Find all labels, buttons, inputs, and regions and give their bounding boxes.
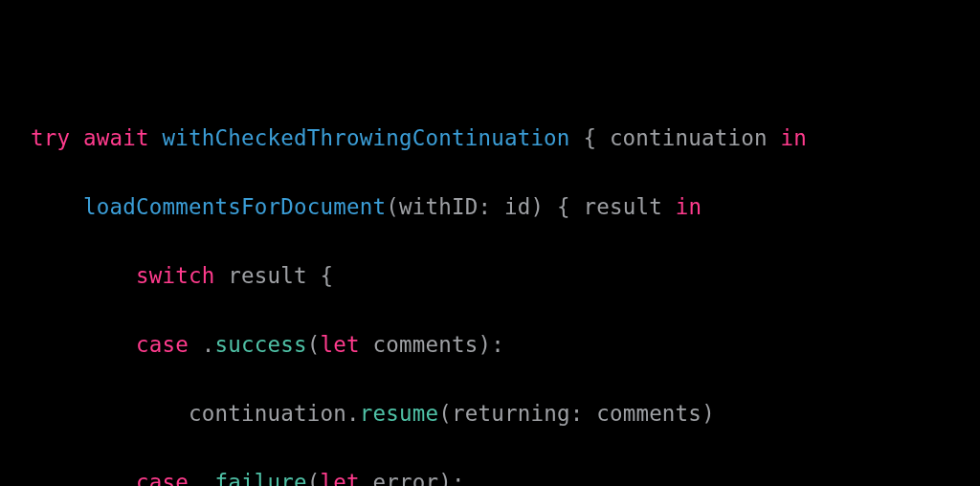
ident-continuation: continuation <box>610 125 768 150</box>
colon: : <box>478 194 491 219</box>
space <box>149 125 163 150</box>
space <box>360 470 373 486</box>
keyword-await: await <box>83 125 149 150</box>
colon: : <box>452 470 465 486</box>
space <box>596 125 610 150</box>
close-paren: ) <box>702 401 715 426</box>
space <box>662 194 676 219</box>
enum-success: success <box>214 332 306 357</box>
fn-resume: resume <box>360 401 438 426</box>
space <box>189 470 202 486</box>
indent <box>31 263 136 288</box>
space <box>570 194 584 219</box>
close-paren: ) <box>438 470 452 486</box>
space <box>583 401 596 426</box>
open-brace: { <box>583 125 596 150</box>
open-brace: { <box>557 194 570 219</box>
arg-label-returning: returning <box>452 401 570 426</box>
space <box>189 332 202 357</box>
fn-loadCommentsForDocument: loadCommentsForDocument <box>83 194 386 219</box>
space <box>768 125 781 150</box>
ident-comments: comments <box>596 401 702 426</box>
close-paren: ) <box>530 194 544 219</box>
close-paren: ) <box>478 332 491 357</box>
keyword-case: case <box>136 470 189 486</box>
ident-result: result <box>583 194 661 219</box>
code-line: loadCommentsForDocument(withID: id) { re… <box>31 189 949 224</box>
open-paren: ( <box>386 194 399 219</box>
code-block: try await withCheckedThrowingContinuatio… <box>31 86 949 486</box>
ident-result: result <box>228 263 306 288</box>
space <box>491 194 504 219</box>
code-line: continuation.resume(returning: comments) <box>31 396 949 431</box>
colon: : <box>570 401 584 426</box>
keyword-let: let <box>320 470 359 486</box>
space <box>70 125 83 150</box>
space <box>570 125 584 150</box>
fn-withCheckedThrowingContinuation: withCheckedThrowingContinuation <box>162 125 569 150</box>
indent <box>31 194 83 219</box>
indent <box>31 332 136 357</box>
colon: : <box>491 332 504 357</box>
code-line: try await withCheckedThrowingContinuatio… <box>31 121 949 155</box>
keyword-case: case <box>136 332 189 357</box>
ident-continuation: continuation <box>189 401 346 426</box>
arg-label-withID: withID <box>399 194 478 219</box>
keyword-in: in <box>676 194 702 219</box>
code-line: switch result { <box>31 258 949 293</box>
keyword-try: try <box>31 125 70 150</box>
dot: . <box>202 470 215 486</box>
ident-id: id <box>504 194 531 219</box>
open-brace: { <box>320 263 333 288</box>
open-paren: ( <box>438 401 452 426</box>
space <box>214 263 228 288</box>
ident-comments: comments <box>372 332 478 357</box>
code-line: case .success(let comments): <box>31 327 949 362</box>
open-paren: ( <box>307 470 321 486</box>
space <box>307 263 321 288</box>
keyword-let: let <box>320 332 359 357</box>
enum-failure: failure <box>214 470 306 486</box>
keyword-in: in <box>781 125 808 150</box>
open-paren: ( <box>307 332 321 357</box>
dot: . <box>202 332 215 357</box>
code-line: case .failure(let error): <box>31 465 949 486</box>
space <box>544 194 557 219</box>
indent <box>31 401 189 426</box>
indent <box>31 470 136 486</box>
keyword-switch: switch <box>136 263 214 288</box>
dot: . <box>346 401 360 426</box>
ident-error: error <box>372 470 438 486</box>
space <box>360 332 373 357</box>
